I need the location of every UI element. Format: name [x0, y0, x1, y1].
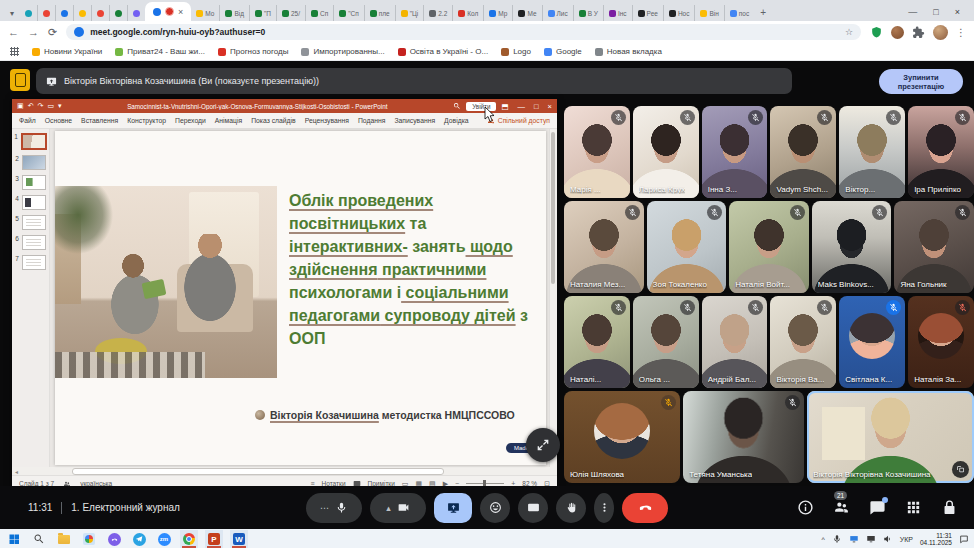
- tray-network-icon[interactable]: [866, 534, 876, 544]
- ribbon-tab[interactable]: Конструктор: [127, 117, 166, 124]
- participant-tile[interactable]: Світлана К...: [839, 296, 905, 388]
- ribbon-tab[interactable]: Файл: [19, 117, 36, 124]
- powerpoint-window[interactable]: ▣ ↶ ↷ ▭ ▾ Samocinnist-ta-Vnutrishni-Opor…: [12, 99, 557, 491]
- participant-tile[interactable]: Вікторія Ва...: [770, 296, 836, 388]
- powerpoint-icon[interactable]: P: [205, 530, 223, 548]
- viber-icon[interactable]: [127, 5, 145, 21]
- drive-icon[interactable]: [73, 5, 91, 21]
- ppt-maximize-button[interactable]: □: [534, 102, 539, 111]
- browser-tab[interactable]: Мо: [191, 5, 219, 21]
- slide[interactable]: Облік проведених посвітницьких та інтера…: [55, 131, 546, 465]
- participant-tile[interactable]: Зоя Токаленко: [647, 201, 727, 293]
- self-view-icon[interactable]: [952, 461, 969, 478]
- slide-thumbnail[interactable]: 7: [15, 255, 46, 270]
- customize-qat-icon[interactable]: ▾: [58, 102, 62, 110]
- ribbon-tab[interactable]: Переходи: [175, 117, 206, 124]
- participant-tile[interactable]: Андрій Бал...: [702, 296, 768, 388]
- raise-hand-button[interactable]: [556, 493, 586, 523]
- forward-icon[interactable]: →: [28, 26, 39, 38]
- participant-tile[interactable]: Марія ...: [564, 106, 630, 198]
- participant-tile[interactable]: Юлія Шляхова: [564, 391, 680, 483]
- participant-tile[interactable]: Наталі...: [564, 296, 630, 388]
- viber-icon[interactable]: [105, 530, 123, 548]
- redo-icon[interactable]: ↷: [38, 102, 44, 110]
- bookmark-item[interactable]: Новини України: [32, 47, 102, 56]
- active-tab-meet[interactable]: ×: [145, 2, 191, 21]
- browser-tab[interactable]: Від: [219, 5, 249, 21]
- word-icon[interactable]: W: [230, 530, 248, 548]
- participant-tile[interactable]: Лариса Крух: [633, 106, 699, 198]
- calendar-icon[interactable]: [55, 5, 73, 21]
- close-button[interactable]: ×: [955, 7, 960, 17]
- hidden-icons-chevron[interactable]: ^: [821, 536, 824, 543]
- tab-close-icon[interactable]: ×: [178, 7, 183, 17]
- globe-icon[interactable]: [20, 5, 37, 21]
- ppt-close-button[interactable]: ×: [548, 102, 552, 111]
- bookmark-item[interactable]: Приват24 - Ваш жи...: [115, 47, 205, 56]
- participant-tile[interactable]: Тетяна Уманська: [683, 391, 804, 483]
- reactions-button[interactable]: [480, 493, 510, 523]
- video-options-icon[interactable]: ▴: [386, 503, 391, 513]
- browser-menu-icon[interactable]: ⋮: [956, 27, 966, 38]
- slide-thumbnail[interactable]: 4: [15, 195, 46, 210]
- participant-tile[interactable]: Наталія Войт...: [729, 201, 809, 293]
- expand-presentation-button[interactable]: [526, 428, 560, 462]
- audio-options-icon[interactable]: ⋯: [320, 503, 329, 513]
- activities-button[interactable]: [905, 499, 922, 516]
- people-button[interactable]: 21: [833, 499, 850, 516]
- present-screen-button[interactable]: [434, 493, 472, 523]
- tray-cast-icon[interactable]: [849, 534, 859, 544]
- browser-tab[interactable]: Ме: [512, 5, 541, 21]
- chat-button[interactable]: [869, 499, 886, 516]
- participant-tile[interactable]: Наталия Мез...: [564, 201, 644, 293]
- language-indicator[interactable]: УКР: [900, 536, 913, 543]
- browser-tab[interactable]: пос: [724, 5, 754, 21]
- ribbon-tab[interactable]: Довідка: [444, 117, 468, 124]
- browser-tab[interactable]: Мр: [483, 5, 512, 21]
- quick-access-toolbar[interactable]: ▣ ↶ ↷ ▭ ▾: [17, 102, 62, 110]
- ribbon-tab[interactable]: Подання: [358, 117, 385, 124]
- browser-tab[interactable]: Він: [694, 5, 723, 21]
- ribbon-tab[interactable]: Записування: [394, 117, 435, 124]
- info-button[interactable]: [797, 499, 814, 516]
- journal-app-icon[interactable]: [10, 69, 30, 91]
- ribbon-tab[interactable]: Основне: [45, 117, 72, 124]
- shield-extension-icon[interactable]: [870, 26, 883, 39]
- participant-tile[interactable]: Maks Binkovs...: [812, 201, 892, 293]
- participant-tile[interactable]: Яна Гольник: [894, 201, 974, 293]
- bookmark-item[interactable]: Новая вкладка: [595, 47, 662, 56]
- bookmark-star-icon[interactable]: ☆: [845, 27, 853, 37]
- browser-tab[interactable]: Лис: [542, 5, 573, 21]
- tab-search-chevron-icon[interactable]: ▾: [4, 5, 20, 21]
- hscroll-thumb[interactable]: [72, 468, 444, 475]
- ribbon-display-icon[interactable]: ⬒: [501, 102, 508, 111]
- share-button[interactable]: Спільний доступ: [487, 117, 550, 125]
- tray-mic-icon[interactable]: [832, 534, 842, 544]
- browser-tab[interactable]: Нос: [663, 5, 695, 21]
- zoom-slider[interactable]: [466, 483, 504, 484]
- slide-rail[interactable]: 1234567: [12, 129, 50, 467]
- ppt-minimize-button[interactable]: —: [518, 102, 526, 111]
- scroll-left-icon[interactable]: ◂: [15, 468, 18, 475]
- reload-icon[interactable]: ⟳: [48, 26, 57, 39]
- classroom-icon[interactable]: [109, 5, 127, 21]
- participant-tile[interactable]: Наталія За...: [908, 296, 974, 388]
- zoom-app-icon[interactable]: zm: [155, 530, 173, 548]
- stop-presenting-button[interactable]: Зупинити презентацію: [879, 69, 963, 94]
- apps-grid-icon[interactable]: [10, 47, 19, 56]
- participant-tile[interactable]: Іра Приліпко: [908, 106, 974, 198]
- search-icon[interactable]: [453, 102, 461, 110]
- horizontal-scrollbar[interactable]: ◂: [12, 467, 557, 475]
- file-explorer-icon[interactable]: [55, 530, 73, 548]
- slide-thumbnail[interactable]: 1: [14, 133, 47, 150]
- mic-button[interactable]: ⋯: [306, 493, 362, 523]
- slideshow-icon[interactable]: ▭: [47, 102, 54, 110]
- bookmark-item[interactable]: Освіта в Україні - О...: [398, 47, 489, 56]
- start-button[interactable]: [5, 530, 23, 548]
- participant-tile[interactable]: Інна З...: [702, 106, 768, 198]
- participant-tile[interactable]: Віктор...: [839, 106, 905, 198]
- slide-thumbnail[interactable]: 2: [15, 155, 46, 170]
- ribbon-tab[interactable]: Вставлення: [81, 117, 118, 124]
- host-controls-button[interactable]: [941, 499, 958, 516]
- slide-thumbnail[interactable]: 5: [15, 215, 46, 230]
